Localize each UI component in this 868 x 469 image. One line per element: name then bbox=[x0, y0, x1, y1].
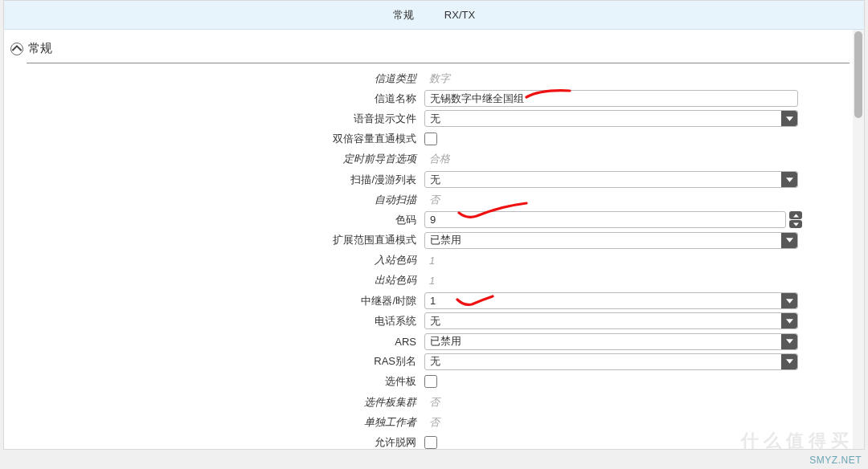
value-timing-preamble: 合格 bbox=[424, 152, 450, 166]
spinner-color-code[interactable]: 9 bbox=[424, 211, 786, 228]
checkbox-double-capacity[interactable] bbox=[424, 133, 437, 145]
label-ras-alias: RAS别名 bbox=[4, 354, 424, 369]
tab-bar: 常规 RX/TX bbox=[4, 1, 864, 30]
select-scan-roam[interactable]: 无 bbox=[424, 171, 798, 188]
app-window: 常规 RX/TX 常规 信道类型 数字 信道名称 语音提示文件 无 双倍容量直通… bbox=[3, 0, 865, 450]
chevron-down-icon[interactable] bbox=[781, 354, 797, 369]
label-repeater-slot: 中继器/时隙 bbox=[4, 294, 424, 308]
label-double-capacity: 双倍容量直通模式 bbox=[4, 132, 424, 146]
label-auto-scan: 自动扫描 bbox=[4, 193, 424, 207]
spinner-down-icon[interactable] bbox=[789, 220, 802, 228]
value-channel-type: 数字 bbox=[424, 71, 450, 86]
value-lone-worker: 否 bbox=[424, 415, 440, 430]
select-ars[interactable]: 已禁用 bbox=[424, 333, 798, 350]
select-phone-system[interactable]: 无 bbox=[424, 312, 798, 329]
tab-general[interactable]: 常规 bbox=[388, 2, 419, 29]
value-in-color: 1 bbox=[424, 255, 435, 267]
label-voice-prompt: 语音提示文件 bbox=[4, 112, 424, 126]
scrollbar-thumb[interactable] bbox=[854, 31, 862, 118]
label-color-code: 色码 bbox=[4, 213, 424, 227]
label-scan-roam: 扫描/漫游列表 bbox=[4, 173, 424, 187]
value-option-trunk: 否 bbox=[424, 395, 440, 410]
value-out-color: 1 bbox=[424, 275, 435, 287]
value-auto-scan: 否 bbox=[424, 193, 440, 207]
chevron-down-icon[interactable] bbox=[781, 334, 797, 349]
select-ras-alias[interactable]: 无 bbox=[424, 353, 798, 370]
label-option-trunk: 选件板集群 bbox=[4, 395, 424, 410]
chevron-down-icon[interactable] bbox=[781, 293, 797, 308]
select-ext-range[interactable]: 已禁用 bbox=[424, 232, 798, 249]
tab-rxtx[interactable]: RX/TX bbox=[440, 2, 480, 27]
label-out-color: 出站色码 bbox=[4, 273, 424, 288]
label-channel-name: 信道名称 bbox=[4, 92, 424, 106]
content-area: 常规 信道类型 数字 信道名称 语音提示文件 无 双倍容量直通模式 定时前导首选… bbox=[4, 30, 853, 449]
form-general: 信道类型 数字 信道名称 语音提示文件 无 双倍容量直通模式 定时前导首选项 合… bbox=[4, 63, 853, 449]
input-channel-name[interactable] bbox=[424, 90, 798, 107]
section-header-general[interactable]: 常规 bbox=[4, 30, 853, 63]
section-title: 常规 bbox=[28, 41, 52, 56]
label-channel-type: 信道类型 bbox=[4, 71, 424, 86]
chevron-down-icon[interactable] bbox=[781, 313, 797, 328]
label-phone-system: 电话系统 bbox=[4, 314, 424, 328]
label-allow-offgrid: 允许脱网 bbox=[4, 435, 424, 449]
chevron-down-icon[interactable] bbox=[781, 111, 797, 126]
checkbox-allow-offgrid[interactable] bbox=[424, 436, 437, 449]
chevron-down-icon[interactable] bbox=[781, 172, 797, 187]
site-watermark: SMYZ.NET bbox=[809, 455, 862, 466]
label-ars: ARS bbox=[4, 336, 424, 348]
label-timing-preamble: 定时前导首选项 bbox=[4, 152, 424, 166]
collapse-icon[interactable] bbox=[10, 43, 23, 55]
select-repeater-slot[interactable]: 1 bbox=[424, 292, 798, 309]
label-lone-worker: 单独工作者 bbox=[4, 415, 424, 430]
checkbox-option-board[interactable] bbox=[424, 375, 437, 388]
scrollbar-track[interactable] bbox=[853, 30, 864, 449]
chevron-down-icon[interactable] bbox=[781, 233, 797, 248]
label-in-color: 入站色码 bbox=[4, 253, 424, 267]
select-voice-prompt[interactable]: 无 bbox=[424, 110, 798, 127]
label-ext-range: 扩展范围直通模式 bbox=[4, 233, 424, 247]
spinner-up-icon[interactable] bbox=[789, 211, 802, 219]
label-option-board: 选件板 bbox=[4, 374, 424, 389]
